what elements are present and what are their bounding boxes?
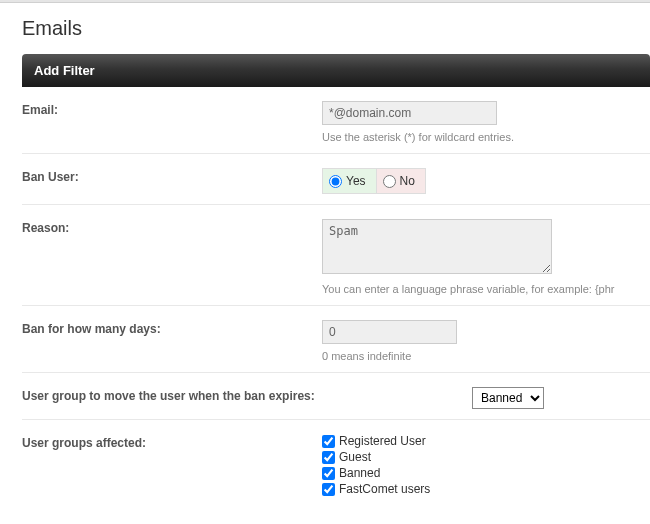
group-checkbox-item[interactable]: FastComet users bbox=[322, 482, 650, 496]
page-title: Emails bbox=[0, 3, 650, 54]
group-checkbox-guest[interactable] bbox=[322, 451, 335, 464]
ban-user-yes-option[interactable]: Yes bbox=[323, 169, 377, 193]
ban-days-label: Ban for how many days: bbox=[22, 320, 322, 336]
ban-days-helper: 0 means indefinite bbox=[322, 350, 650, 362]
ban-user-no-option[interactable]: No bbox=[377, 169, 425, 193]
panel-header: Add Filter bbox=[22, 54, 650, 87]
ban-user-no-text: No bbox=[400, 174, 415, 188]
group-label: Guest bbox=[339, 450, 371, 464]
row-expire-group: User group to move the user when the ban… bbox=[22, 373, 650, 420]
email-helper: Use the asterisk (*) for wildcard entrie… bbox=[322, 131, 650, 143]
groups-affected-label: User groups affected: bbox=[22, 434, 322, 450]
group-checkbox-fastcomet[interactable] bbox=[322, 483, 335, 496]
row-ban-days: Ban for how many days: 0 means indefinit… bbox=[22, 306, 650, 373]
group-checkbox-banned[interactable] bbox=[322, 467, 335, 480]
ban-user-no-radio[interactable] bbox=[383, 175, 396, 188]
group-label: Registered User bbox=[339, 434, 426, 448]
group-label: FastComet users bbox=[339, 482, 430, 496]
group-checkbox-item[interactable]: Banned bbox=[322, 466, 650, 480]
group-label: Banned bbox=[339, 466, 380, 480]
ban-user-label: Ban User: bbox=[22, 168, 322, 184]
reason-helper: You can enter a language phrase variable… bbox=[322, 283, 650, 295]
email-input[interactable] bbox=[322, 101, 497, 125]
ban-user-yes-text: Yes bbox=[346, 174, 366, 188]
email-label: Email: bbox=[22, 101, 322, 117]
row-reason: Reason: Spam You can enter a language ph… bbox=[22, 205, 650, 306]
groups-checkbox-list: Registered User Guest Banned FastComet u… bbox=[322, 434, 650, 496]
group-checkbox-item[interactable]: Registered User bbox=[322, 434, 650, 448]
expire-group-label: User group to move the user when the ban… bbox=[22, 387, 472, 403]
ban-user-yes-radio[interactable] bbox=[329, 175, 342, 188]
reason-textarea[interactable]: Spam bbox=[322, 219, 552, 274]
expire-group-select[interactable]: Banned bbox=[472, 387, 544, 409]
ban-days-input[interactable] bbox=[322, 320, 457, 344]
row-email: Email: Use the asterisk (*) for wildcard… bbox=[22, 87, 650, 154]
group-checkbox-registered[interactable] bbox=[322, 435, 335, 448]
add-filter-form: Email: Use the asterisk (*) for wildcard… bbox=[0, 87, 650, 506]
row-ban-user: Ban User: Yes No bbox=[22, 154, 650, 205]
row-groups-affected: User groups affected: Registered User Gu… bbox=[22, 420, 650, 506]
reason-label: Reason: bbox=[22, 219, 322, 235]
ban-user-radio-group: Yes No bbox=[322, 168, 426, 194]
group-checkbox-item[interactable]: Guest bbox=[322, 450, 650, 464]
